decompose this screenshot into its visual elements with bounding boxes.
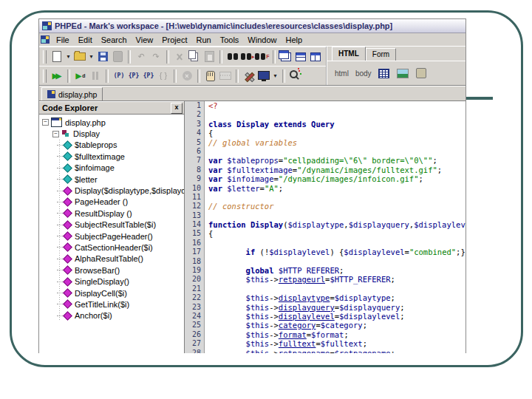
tree-item-method[interactable]: PageHeader () (39, 197, 184, 208)
gutter-line-number[interactable]: 10 (185, 184, 205, 193)
tree-item-method[interactable]: AlphaResultTable() (39, 253, 184, 265)
terminal[interactable] (218, 68, 233, 83)
pause[interactable] (88, 68, 103, 83)
tree-item-var[interactable]: $fulltextimage (39, 151, 184, 162)
save-all[interactable] (110, 49, 125, 64)
new-file-dropdown[interactable]: ▾ (64, 49, 72, 64)
document-mdi-icon[interactable] (41, 35, 50, 44)
toolbar-grip[interactable] (43, 69, 47, 83)
gutter-line-number[interactable]: 7 (185, 156, 205, 165)
close-panel-button[interactable]: x (171, 103, 183, 114)
paste[interactable] (202, 49, 216, 64)
copy[interactable] (187, 49, 202, 64)
find-replace[interactable]: F (255, 49, 270, 64)
browser-dropdown[interactable]: ▾ (271, 68, 279, 83)
tree-item-class[interactable]: −Display (39, 128, 184, 139)
gutter-line-number[interactable]: 15 (185, 229, 205, 238)
run-in-debugger[interactable]: ▶d (73, 68, 88, 83)
menu-item-view[interactable]: View (132, 35, 158, 44)
open-file[interactable] (72, 49, 87, 64)
tree-item-method[interactable]: SubjectPageHeader() (39, 231, 184, 242)
tile-horizontal[interactable] (293, 49, 308, 64)
new-file[interactable] (50, 49, 64, 64)
gutter-line-number[interactable]: 12 (185, 202, 205, 211)
tree-item-method[interactable]: ResultDisplay () (39, 208, 184, 219)
insert-table-button[interactable] (377, 66, 392, 81)
gutter-line-number[interactable]: 11 (185, 193, 205, 202)
gutter-line-number[interactable]: 23 (185, 303, 205, 312)
tree-item-method[interactable]: SubjectResultTable($i) (39, 219, 184, 231)
gutter-line-number[interactable]: 8 (185, 166, 205, 174)
toolbar-grip[interactable] (43, 50, 47, 64)
tree-item-method[interactable]: GetTitleLink($i) (39, 299, 184, 310)
gutter-line-number[interactable]: 16 (185, 239, 205, 248)
tree-expand-toggle[interactable]: − (52, 131, 59, 137)
tree-item-file[interactable]: −display.php (39, 117, 184, 128)
step-out[interactable]: {P} (141, 68, 156, 83)
tab-html[interactable]: HTML (332, 47, 366, 61)
settings-tools[interactable] (242, 68, 256, 83)
insert-component-button[interactable] (414, 66, 429, 81)
editor-tab-display-php[interactable]: display.php (41, 87, 103, 100)
body-tag-button[interactable]: body (354, 69, 373, 78)
gutter-line-number[interactable]: 22 (185, 293, 205, 302)
menu-item-project[interactable]: Project (157, 35, 191, 44)
redo[interactable]: ↷ (149, 49, 163, 64)
find[interactable] (225, 49, 240, 64)
menu-item-window[interactable]: Window (243, 35, 281, 44)
gutter-line-number[interactable]: 6 (185, 147, 205, 156)
gutter-line-number[interactable]: 2 (185, 110, 205, 119)
tree-item-method[interactable]: SingleDisplay() (39, 276, 184, 287)
menu-item-file[interactable]: File (52, 35, 74, 44)
tree-item-var[interactable]: $letter (39, 174, 184, 185)
step-into[interactable]: (P) (112, 68, 126, 83)
cascade-windows[interactable] (279, 49, 293, 64)
stop[interactable]: × (180, 68, 194, 83)
run-in-browser[interactable] (256, 68, 271, 83)
gutter-line-number[interactable]: 9 (185, 174, 205, 183)
gutter-line-number[interactable]: 26 (185, 330, 205, 339)
tree-item-method[interactable]: Anchor($i) (39, 310, 184, 321)
gutter-line-number[interactable]: 17 (185, 248, 205, 256)
menu-item-help[interactable]: Help (281, 35, 307, 44)
tree-item-method[interactable]: DisplayCell($i) (39, 287, 184, 299)
gutter-line-number[interactable]: 18 (185, 257, 205, 266)
save[interactable] (95, 49, 110, 64)
tree-item-method[interactable]: Display($displaytype,$displayq (39, 185, 184, 196)
gutter-line-number[interactable]: 3 (185, 120, 205, 129)
code-inspector[interactable] (288, 68, 303, 83)
gutter-line-number[interactable]: 24 (185, 312, 205, 321)
menu-item-tools[interactable]: Tools (216, 35, 244, 44)
html-tag-button[interactable]: html (333, 69, 350, 78)
code-editor[interactable]: 1<?23class Display extends Query4{5// gl… (185, 101, 466, 353)
menu-item-edit[interactable]: Edit (74, 35, 97, 44)
gutter-line-number[interactable]: 20 (185, 275, 205, 284)
run[interactable]: ▶▶ (50, 68, 64, 83)
open-file-dropdown[interactable]: ▾ (87, 49, 95, 64)
insert-image-button[interactable] (395, 66, 410, 81)
tree-item-var[interactable]: $infoimage (39, 163, 184, 174)
gutter-line-number[interactable]: 4 (185, 129, 205, 137)
gutter-line-number[interactable]: 21 (185, 284, 205, 293)
tree-item-method[interactable]: BrowseBar() (39, 265, 184, 276)
menu-item-search[interactable]: Search (97, 35, 132, 44)
title-bar[interactable]: PHPEd - Mark's workspace - [H:\web\dynam… (39, 19, 466, 33)
gutter-line-number[interactable]: 28 (185, 349, 205, 353)
gutter-line-number[interactable]: 25 (185, 321, 205, 330)
tree-item-var[interactable]: $tableprops (39, 140, 184, 151)
find-next[interactable]: ▸ (240, 49, 255, 64)
break[interactable] (203, 68, 218, 83)
gutter-line-number[interactable]: 1 (185, 101, 205, 110)
gutter-line-number[interactable]: 5 (185, 138, 205, 147)
gutter-line-number[interactable]: 14 (185, 220, 205, 229)
run-to-return[interactable]: { } (156, 68, 171, 83)
gutter-line-number[interactable]: 19 (185, 266, 205, 275)
tree-item-method[interactable]: CatSectionHeader($i) (39, 242, 184, 253)
menu-item-run[interactable]: Run (191, 35, 215, 44)
step-over[interactable]: {P} (126, 68, 141, 83)
tree-expand-toggle[interactable]: − (42, 119, 49, 126)
gutter-line-number[interactable]: 13 (185, 211, 205, 220)
tab-form[interactable]: Form (366, 48, 396, 61)
undo[interactable]: ↶ (134, 49, 149, 64)
gutter-line-number[interactable]: 27 (185, 339, 205, 348)
